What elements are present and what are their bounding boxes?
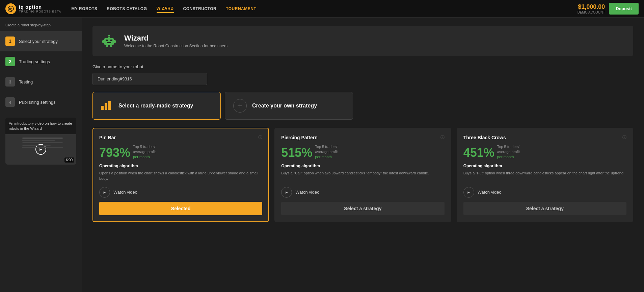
card-piercing-pattern: Piercing Pattern ⓘ 515% Top 5 traders' a… xyxy=(274,128,451,222)
create-own-strategy-btn[interactable]: + Create your own strategy xyxy=(225,92,353,120)
nav-tournament[interactable]: TOURNAMENT xyxy=(226,5,256,13)
robot-name-input[interactable] xyxy=(92,73,207,85)
card-piercing-info-icon[interactable]: ⓘ xyxy=(440,135,445,140)
ready-made-label: Select a ready-made strategy xyxy=(118,103,193,109)
balance-label: DEMO ACCOUNT xyxy=(578,10,605,14)
card-crows-stat-desc: Top 5 traders' average profit per month xyxy=(497,144,520,159)
sidebar-step-4[interactable]: 4 Publishing settings xyxy=(0,92,82,112)
chart-icon xyxy=(101,100,113,112)
svg-rect-4 xyxy=(110,40,112,41)
wizard-title: Wizard xyxy=(124,34,227,43)
card-pin-bar-algo-title: Operating algorithm xyxy=(99,164,262,168)
card-crows-info-icon[interactable]: ⓘ xyxy=(622,135,626,140)
step-2-label: Trading settings xyxy=(19,59,50,64)
svg-rect-13 xyxy=(105,103,107,110)
card-crows-algo-text: Buys a "Put" option when three downward … xyxy=(463,170,626,181)
card-crows-name: Three Black Crows xyxy=(463,135,506,140)
card-crows-algo-title: Operating algorithm xyxy=(463,164,626,168)
card-pin-bar-stat: 793% Top 5 traders' average profit per m… xyxy=(99,144,262,159)
name-label: Give a name to your robot xyxy=(92,64,633,69)
sidebar-video-thumb: ► 6:00 xyxy=(5,134,76,165)
step-1-num: 1 xyxy=(5,36,15,46)
card-piercing-name: Piercing Pattern xyxy=(281,135,317,140)
card-pin-bar-header: Pin Bar ⓘ xyxy=(99,135,262,140)
ready-made-strategy-btn[interactable]: Select a ready-made strategy xyxy=(92,92,221,120)
card-pin-bar-info-icon[interactable]: ⓘ xyxy=(258,135,262,140)
sidebar-video-text: An introductory video on how to create r… xyxy=(5,118,76,134)
card-three-black-crows: Three Black Crows ⓘ 451% Top 5 traders' … xyxy=(457,128,633,222)
sidebar-video: An introductory video on how to create r… xyxy=(5,118,76,165)
step-3-label: Testing xyxy=(19,79,33,84)
card-pin-bar-select-btn[interactable]: Selected xyxy=(99,202,262,215)
card-piercing-header: Piercing Pattern ⓘ xyxy=(281,135,444,140)
wizard-robot-icon xyxy=(101,32,117,49)
svg-rect-12 xyxy=(101,106,104,110)
card-piercing-percent: 515% xyxy=(281,147,312,159)
wizard-header-text: Wizard Welcome to the Robot Construction… xyxy=(124,34,227,48)
top-nav: IQ iq option TRADING ROBOTS BETA MY ROBO… xyxy=(0,0,644,18)
logo-icon: IQ xyxy=(5,3,16,14)
svg-rect-11 xyxy=(110,45,112,47)
svg-rect-2 xyxy=(104,38,114,45)
svg-point-7 xyxy=(108,35,110,37)
card-crows-percent: 451% xyxy=(463,147,494,159)
card-pin-bar-algo-text: Opens a position when the chart shows a … xyxy=(99,170,262,181)
sidebar-step-1[interactable]: 1 Select your strategy xyxy=(0,31,82,51)
main-content: Wizard Welcome to the Robot Construction… xyxy=(82,18,644,292)
card-piercing-algo-text: Buys a "Call" option when two upward can… xyxy=(281,170,444,181)
card-crows-select-btn[interactable]: Select a strategy xyxy=(463,202,626,215)
svg-rect-5 xyxy=(107,42,111,43)
deposit-button[interactable]: Deposit xyxy=(609,3,639,15)
create-own-label: Create your own strategy xyxy=(252,103,317,109)
sidebar-step-3[interactable]: 3 Testing xyxy=(0,72,82,92)
video-duration: 6:00 xyxy=(64,157,74,163)
card-piercing-play-icon: ► xyxy=(281,187,292,198)
card-pin-bar-watch[interactable]: ► Watch video xyxy=(99,187,262,198)
step-3-num: 3 xyxy=(5,77,15,87)
card-crows-watch[interactable]: ► Watch video xyxy=(463,187,626,198)
balance-display: $1,000.00 DEMO ACCOUNT xyxy=(578,3,605,14)
logo-text: iq option TRADING ROBOTS BETA xyxy=(19,4,61,13)
sidebar-step-2[interactable]: 2 Trading settings xyxy=(0,51,82,72)
step-1-label: Select your strategy xyxy=(19,39,58,44)
logo[interactable]: IQ iq option TRADING ROBOTS BETA xyxy=(5,3,61,14)
card-crows-stat: 451% Top 5 traders' average profit per m… xyxy=(463,144,626,159)
card-crows-watch-label: Watch video xyxy=(478,190,502,195)
step-4-num: 4 xyxy=(5,97,15,107)
sidebar: Create a robot step-by-step 1 Select you… xyxy=(0,18,82,292)
card-crows-play-icon: ► xyxy=(463,187,474,198)
svg-text:IQ: IQ xyxy=(9,7,12,11)
strategy-cards: Pin Bar ⓘ 793% Top 5 traders' average pr… xyxy=(92,128,633,222)
card-pin-bar-play-icon: ► xyxy=(99,187,110,198)
svg-rect-9 xyxy=(114,40,116,43)
svg-rect-3 xyxy=(106,40,108,41)
card-piercing-watch[interactable]: ► Watch video xyxy=(281,187,444,198)
step-2-num: 2 xyxy=(5,57,15,66)
card-piercing-algo-title: Operating algorithm xyxy=(281,164,444,168)
strategy-types: Select a ready-made strategy + Create yo… xyxy=(92,92,633,120)
step-4-label: Publishing settings xyxy=(19,100,55,105)
card-piercing-stat-desc: Top 5 traders' average profit per month xyxy=(315,144,338,159)
plus-icon: + xyxy=(233,99,247,113)
balance-amount: $1,000.00 xyxy=(578,3,605,10)
nav-constructor[interactable]: CONSTRUCTOR xyxy=(183,5,217,13)
svg-rect-14 xyxy=(108,101,111,110)
card-pin-bar-percent: 793% xyxy=(99,147,130,159)
nav-my-robots[interactable]: MY ROBOTS xyxy=(71,5,97,13)
card-pin-bar-name: Pin Bar xyxy=(99,135,116,140)
nav-right: $1,000.00 DEMO ACCOUNT Deposit xyxy=(578,3,639,15)
wizard-subtitle: Welcome to the Robot Construction Sectio… xyxy=(124,44,227,48)
card-pin-bar: Pin Bar ⓘ 793% Top 5 traders' average pr… xyxy=(92,128,269,222)
main-layout: Create a robot step-by-step 1 Select you… xyxy=(0,18,644,292)
nav-robots-catalog[interactable]: ROBOTS CATALOG xyxy=(107,5,147,13)
svg-rect-10 xyxy=(106,45,108,47)
card-piercing-stat: 515% Top 5 traders' average profit per m… xyxy=(281,144,444,159)
card-pin-bar-watch-label: Watch video xyxy=(113,190,137,195)
card-pin-bar-stat-desc: Top 5 traders' average profit per month xyxy=(133,144,156,159)
nav-wizard[interactable]: WIZARD xyxy=(157,5,174,13)
nav-links: MY ROBOTS ROBOTS CATALOG WIZARD CONSTRUC… xyxy=(71,5,577,13)
wizard-header: Wizard Welcome to the Robot Construction… xyxy=(92,26,633,56)
svg-rect-8 xyxy=(102,40,104,43)
card-crows-header: Three Black Crows ⓘ xyxy=(463,135,626,140)
card-piercing-select-btn[interactable]: Select a strategy xyxy=(281,202,444,215)
